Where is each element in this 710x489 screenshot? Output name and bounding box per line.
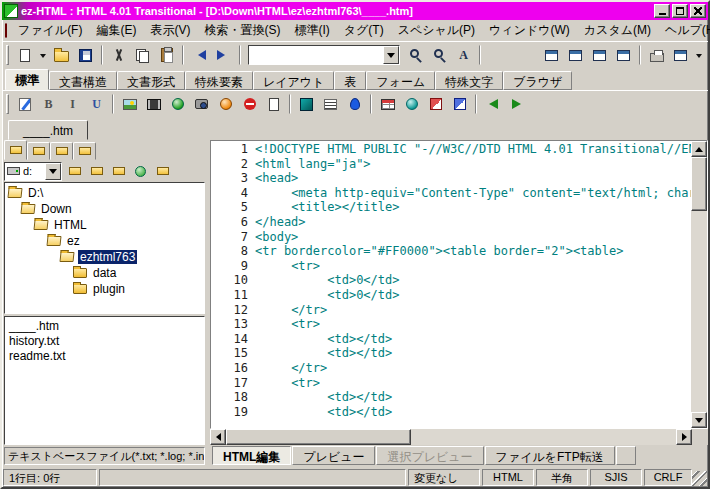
anchor-button[interactable] <box>166 93 189 115</box>
tree-item[interactable]: ezhtml763 <box>5 249 204 265</box>
new-folder-button[interactable] <box>86 162 107 181</box>
code-line[interactable]: </tr> <box>255 303 691 318</box>
search-combo-dropdown[interactable] <box>383 46 399 64</box>
refresh-button[interactable] <box>130 162 151 181</box>
code-line[interactable]: <body> <box>255 230 691 245</box>
drive-select[interactable]: d: <box>4 162 62 181</box>
vertical-scrollbar[interactable] <box>691 141 707 428</box>
code-line[interactable]: <td></td> <box>255 332 691 347</box>
horizontal-scroll-thumb[interactable] <box>226 429 411 445</box>
cut-button[interactable] <box>107 44 130 66</box>
code-line[interactable]: <td></td> <box>255 346 691 361</box>
tag-category-tab[interactable]: 表 <box>334 71 366 90</box>
document-tag-button[interactable] <box>262 93 285 115</box>
save-button[interactable] <box>74 44 97 66</box>
menu-item[interactable]: 表示(V) <box>143 20 197 41</box>
tag-category-tab[interactable]: 文書構造 <box>49 71 117 90</box>
code-line[interactable]: <tr> <box>255 317 691 332</box>
mode-tab[interactable]: HTML編集 <box>212 446 291 465</box>
close-button[interactable] <box>690 4 706 18</box>
code-line[interactable]: <tr> <box>255 259 691 274</box>
script-button[interactable] <box>424 93 447 115</box>
menu-item[interactable]: スペシャル(P) <box>391 20 482 41</box>
preview-window-button[interactable] <box>669 44 692 66</box>
app-icon[interactable] <box>4 4 18 18</box>
find-button[interactable] <box>404 44 427 66</box>
vertical-scroll-track[interactable] <box>691 211 707 412</box>
code-editor[interactable]: 12345678910111213141516171819 <!DOCTYPE … <box>210 140 708 429</box>
file-item[interactable]: ____.htm <box>9 319 200 334</box>
menu-item[interactable]: 標準(I) <box>287 20 336 41</box>
folder-options-button[interactable] <box>152 162 173 181</box>
toolbar-options-dropdown[interactable] <box>693 44 705 66</box>
toolbar-grip[interactable] <box>6 45 9 65</box>
folder-view-tab[interactable] <box>4 140 27 160</box>
copy-button[interactable] <box>131 44 154 66</box>
tag-category-tab[interactable]: 特殊要素 <box>185 71 253 90</box>
tree-item[interactable]: ez <box>5 233 204 249</box>
maximize-button[interactable] <box>672 4 688 18</box>
code-line[interactable]: </head> <box>255 215 691 230</box>
new-file-dropdown[interactable] <box>37 44 49 66</box>
forward-button[interactable] <box>505 93 528 115</box>
redo-button[interactable] <box>212 44 235 66</box>
folder-copy-button[interactable] <box>108 162 129 181</box>
code-line[interactable]: <meta http-equiv="Content-Type" content=… <box>255 186 691 201</box>
mode-tab[interactable]: プレビュー <box>292 446 375 465</box>
code-line[interactable]: <td></td> <box>255 405 691 420</box>
search-combo-input[interactable] <box>249 46 383 64</box>
scroll-down-button[interactable] <box>691 412 707 428</box>
menu-item[interactable]: ファイル(F) <box>11 20 89 41</box>
group-view-tab[interactable] <box>27 142 50 160</box>
list-button[interactable] <box>319 93 342 115</box>
back-button[interactable] <box>481 93 504 115</box>
camera-button[interactable] <box>190 93 213 115</box>
minimize-button[interactable] <box>654 4 670 18</box>
code-line[interactable]: <tr> <box>255 376 691 391</box>
tree-item[interactable]: plugin <box>5 281 204 297</box>
parent-folder-button[interactable] <box>64 162 85 181</box>
print-button[interactable] <box>645 44 668 66</box>
hr-button[interactable] <box>295 93 318 115</box>
undo-button[interactable] <box>188 44 211 66</box>
window-tile-horizontal-button[interactable] <box>564 44 587 66</box>
underline-button[interactable]: U <box>85 93 108 115</box>
movie-button[interactable] <box>142 93 165 115</box>
menu-item[interactable]: 検索・置換(S) <box>197 20 287 41</box>
link-button[interactable] <box>214 93 237 115</box>
file-filter-select[interactable]: テキストベースファイル(*.txt; *.log; *.ini; <box>4 447 205 465</box>
menu-item[interactable]: カスタム(M) <box>577 20 658 41</box>
drive-select-dropdown[interactable] <box>45 163 61 180</box>
find-next-button[interactable] <box>428 44 451 66</box>
tree-item[interactable]: Down <box>5 201 204 217</box>
window-tile-vertical-button[interactable] <box>588 44 611 66</box>
font-color-button[interactable] <box>343 93 366 115</box>
mode-tab-extra-button[interactable] <box>616 446 636 465</box>
menu-item[interactable]: ウィンドウ(W) <box>482 20 577 41</box>
toolbar-grip[interactable] <box>6 94 9 114</box>
menu-item[interactable]: タグ(T) <box>337 20 391 41</box>
document-tab[interactable]: ____.htm <box>8 120 88 140</box>
italic-button[interactable]: I <box>61 93 84 115</box>
mode-tab[interactable]: ファイルをFTP転送 <box>485 446 615 465</box>
ftp-view-tab[interactable] <box>73 142 96 160</box>
new-file-button[interactable] <box>13 44 36 66</box>
ezhtml-logo-icon[interactable] <box>5 23 7 38</box>
forbidden-tag-button[interactable] <box>238 93 261 115</box>
tree-item[interactable]: D:\ <box>5 185 204 201</box>
image-button[interactable] <box>118 93 141 115</box>
frame-button[interactable] <box>448 93 471 115</box>
vertical-scroll-thumb[interactable] <box>691 157 707 211</box>
menu-item[interactable]: ヘルプ(H) <box>658 20 710 41</box>
edit-source-button[interactable] <box>13 93 36 115</box>
tag-category-tab[interactable]: レイアウト <box>253 71 334 90</box>
code-line[interactable]: <html lang="ja"> <box>255 157 691 172</box>
tree-item[interactable]: data <box>5 265 204 281</box>
tag-category-tab[interactable]: フォーム <box>366 71 435 90</box>
code-line[interactable]: <!DOCTYPE HTML PUBLIC "-//W3C//DTD HTML … <box>255 142 691 157</box>
code-line[interactable]: <title></title> <box>255 200 691 215</box>
tag-category-tab[interactable]: 標準 <box>5 69 49 90</box>
tag-category-tab[interactable]: 特殊文字 <box>435 71 503 90</box>
code-line[interactable]: </tr> <box>255 361 691 376</box>
menu-item[interactable]: 編集(E) <box>89 20 143 41</box>
